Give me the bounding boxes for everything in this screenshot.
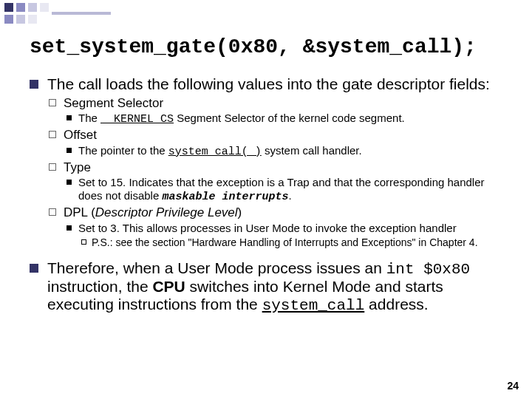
text: The call loads the following values into… <box>47 75 490 92</box>
bullet-therefore: Therefore, when a User Mode process issu… <box>30 259 510 315</box>
t: The <box>78 112 100 124</box>
item-type: Type Set to 15. Indicates that the excep… <box>47 160 510 205</box>
code: __KERNEL_CS <box>100 113 174 126</box>
t: Segment Selector of the kernel code segm… <box>174 112 405 124</box>
slide: set_system_gate(0x80, &system_call); The… <box>0 0 532 399</box>
detail: The pointer to the system_call( ) system… <box>64 144 510 159</box>
label-a: DPL <box>64 205 91 219</box>
item-segment-selector: Segment Selector The __KERNEL_CS Segment… <box>47 96 510 127</box>
label: Offset <box>64 128 97 142</box>
content: The call loads the following values into… <box>30 75 510 324</box>
page-number: 24 <box>507 380 519 392</box>
t: P.S.: see the section "Hardware Handling… <box>92 236 478 248</box>
paren-close: ) <box>238 205 242 219</box>
t: . <box>288 189 291 202</box>
item-dpl: DPL (Descriptor Privilege Level) Set to … <box>47 205 510 248</box>
item-offset: Offset The pointer to the system_call( )… <box>47 128 510 159</box>
detail: The __KERNEL_CS Segment Selector of the … <box>64 112 510 126</box>
t: Set to 3. This allows processes in User … <box>78 222 457 234</box>
t: The pointer to the <box>78 144 168 157</box>
t: instruction, the <box>47 278 152 295</box>
detail: Set to 3. This allows processes in User … <box>64 222 510 249</box>
t: Therefore, when a User Mode process issu… <box>47 259 386 276</box>
t: system call handler. <box>262 144 362 157</box>
code: int $0x80 <box>386 261 470 278</box>
slide-title-code: set_system_gate(0x80, &system_call); <box>30 35 517 58</box>
label-italic: Descriptor Privilege Level <box>95 205 238 219</box>
corner-deco <box>0 0 133 30</box>
detail: Set to 15. Indicates that the exception … <box>64 176 510 204</box>
code: system_call <box>262 297 365 314</box>
bullet-intro: The call loads the following values into… <box>30 75 510 249</box>
t: address. <box>364 296 428 313</box>
label: Segment Selector <box>64 96 163 110</box>
ps-note: P.S.: see the section "Hardware Handling… <box>78 236 510 249</box>
cpu: CPU <box>152 278 185 295</box>
code: maskable interrupts <box>162 191 288 203</box>
code: system_call( ) <box>168 146 262 158</box>
label: Type <box>64 160 91 174</box>
